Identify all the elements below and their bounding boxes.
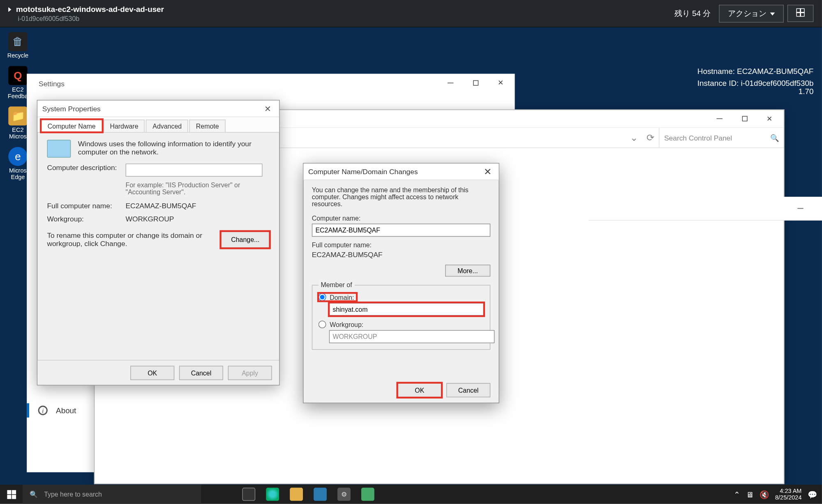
computer-name-label: Computer name: bbox=[312, 215, 490, 222]
chevron-down-icon bbox=[770, 12, 775, 15]
play-icon bbox=[8, 7, 11, 12]
tab-hardware[interactable]: Hardware bbox=[104, 120, 145, 132]
close-icon[interactable]: ✕ bbox=[261, 104, 275, 113]
cp-close[interactable]: ✕ bbox=[757, 111, 781, 127]
search-icon: 🔍 bbox=[30, 490, 38, 498]
full-computer-name-label: Full computer name: bbox=[47, 202, 118, 210]
workgroup-label: Workgroup: bbox=[47, 215, 118, 223]
network-icon[interactable]: 🖥 bbox=[746, 490, 754, 499]
ok-button[interactable]: OK bbox=[397, 383, 441, 398]
description-hint: For example: "IIS Production Server" or … bbox=[126, 182, 270, 196]
full-name-label: Full computer name: bbox=[312, 242, 490, 249]
taskbar-app-photos[interactable] bbox=[308, 485, 332, 504]
fullscreen-icon bbox=[796, 8, 804, 16]
taskbar-app-edge[interactable] bbox=[261, 485, 284, 504]
full-computer-name-value: EC2AMAZ-BUM5QAF bbox=[126, 202, 196, 210]
full-name-value: EC2AMAZ-BUM5QAF bbox=[312, 251, 490, 259]
computer-icon bbox=[47, 140, 71, 157]
dialog-title: System Properties bbox=[42, 104, 261, 113]
system-properties-dialog: System Properties ✕ Computer Name Hardwa… bbox=[37, 100, 280, 385]
fullscreen-button[interactable] bbox=[787, 5, 814, 22]
notifications-icon[interactable]: 💬 bbox=[808, 490, 817, 499]
edge-icon: e bbox=[8, 147, 27, 166]
domain-input[interactable] bbox=[329, 303, 484, 316]
domain-radio-label: Domain: bbox=[330, 294, 354, 301]
gear-icon: ⚙ bbox=[337, 488, 351, 501]
q-icon: Q bbox=[8, 66, 27, 85]
session-topbar: mototsuka-ec2-windows-ad-dev-ad-user i-0… bbox=[0, 0, 822, 28]
windows-icon bbox=[7, 490, 16, 499]
recycle-bin-icon: 🗑 bbox=[8, 32, 27, 51]
workgroup-input bbox=[329, 330, 495, 343]
edge-icon bbox=[266, 488, 279, 501]
photos-icon bbox=[314, 488, 327, 501]
cp-minimize[interactable] bbox=[708, 111, 732, 127]
workgroup-value: WORKGROUP bbox=[126, 215, 174, 223]
minimize-button[interactable] bbox=[439, 75, 462, 90]
tab-advanced[interactable]: Advanced bbox=[146, 120, 188, 132]
wallpaper-overlay-text: Hostname: EC2AMAZ-BUM5QAF Instance ID: i… bbox=[697, 65, 814, 88]
taskbar-app-settings[interactable]: ⚙ bbox=[332, 485, 356, 504]
dc-intro: You can change the name and the membersh… bbox=[312, 186, 490, 207]
settings-window-label: Settings bbox=[39, 80, 65, 88]
cancel-button[interactable]: Cancel bbox=[179, 366, 223, 380]
tab-remote[interactable]: Remote bbox=[189, 120, 226, 132]
task-view-button[interactable] bbox=[237, 485, 261, 504]
workgroup-radio[interactable] bbox=[319, 320, 326, 328]
rename-text: To rename this computer or change its do… bbox=[47, 231, 214, 248]
time-remaining: 残り 54 分 bbox=[674, 8, 711, 19]
taskbar-search[interactable]: 🔍Type here to search bbox=[23, 485, 201, 504]
maximize-button[interactable] bbox=[464, 75, 487, 90]
domain-changes-dialog: Computer Name/Domain Changes ✕ You can c… bbox=[303, 163, 499, 403]
address-dropdown-icon[interactable]: ⌄ bbox=[626, 132, 642, 143]
dc-title: Computer Name/Domain Changes bbox=[308, 168, 481, 176]
system-icon bbox=[361, 488, 374, 501]
cancel-button[interactable]: Cancel bbox=[446, 383, 490, 398]
volume-icon[interactable]: 🔇 bbox=[760, 490, 769, 499]
taskbar: 🔍Type here to search ⚙ ⌃ 🖥 🔇 4:23 AM 8/2… bbox=[0, 485, 822, 504]
instance-id: i-01d9cef6005df530b bbox=[18, 15, 164, 22]
apply-button[interactable]: Apply bbox=[228, 366, 272, 380]
start-button[interactable] bbox=[0, 485, 23, 504]
workgroup-radio-label: Workgroup: bbox=[330, 321, 363, 328]
action-button[interactable]: アクション bbox=[719, 5, 784, 22]
ok-button[interactable]: OK bbox=[130, 366, 174, 380]
taskbar-app-system[interactable] bbox=[356, 485, 380, 504]
taskbar-app-explorer[interactable] bbox=[284, 485, 308, 504]
more-button[interactable]: More... bbox=[445, 265, 490, 276]
system-clock[interactable]: 4:23 AM 8/25/2024 bbox=[775, 488, 801, 501]
cp-maximize[interactable] bbox=[732, 111, 756, 127]
close-icon[interactable]: ✕ bbox=[481, 166, 494, 177]
cp-mini-maximize[interactable] bbox=[813, 201, 822, 216]
desktop-icon-recycle-bin[interactable]: 🗑Recycle bbox=[4, 32, 32, 59]
info-icon: i bbox=[38, 406, 48, 415]
tray-chevron-up-icon[interactable]: ⌃ bbox=[734, 490, 740, 499]
session-title: mototsuka-ec2-windows-ad-dev-ad-user bbox=[16, 5, 164, 14]
nav-item-about[interactable]: iAbout bbox=[38, 406, 76, 415]
refresh-icon[interactable]: ⟳ bbox=[642, 132, 659, 143]
control-panel-search[interactable]: Search Control Panel🔍 bbox=[659, 128, 784, 147]
close-button[interactable]: ✕ bbox=[489, 75, 513, 90]
change-button[interactable]: Change... bbox=[221, 231, 270, 248]
member-of-legend: Member of bbox=[319, 281, 355, 288]
domain-radio[interactable] bbox=[319, 293, 326, 301]
search-icon: 🔍 bbox=[770, 133, 779, 142]
computer-name-input[interactable] bbox=[312, 223, 490, 237]
folder-icon: 📁 bbox=[8, 106, 27, 125]
tab-computer-name[interactable]: Computer Name bbox=[41, 120, 102, 132]
task-view-icon bbox=[242, 488, 255, 501]
nav-active-indicator bbox=[27, 403, 29, 418]
folder-icon bbox=[290, 488, 303, 501]
cp-mini-minimize[interactable] bbox=[789, 201, 813, 216]
remote-desktop: Hostname: EC2AMAZ-BUM5QAF Instance ID: i… bbox=[0, 28, 822, 485]
intro-text: Windows uses the following information t… bbox=[78, 140, 270, 157]
computer-description-input[interactable] bbox=[126, 163, 263, 177]
computer-description-label: Computer description: bbox=[47, 163, 118, 177]
